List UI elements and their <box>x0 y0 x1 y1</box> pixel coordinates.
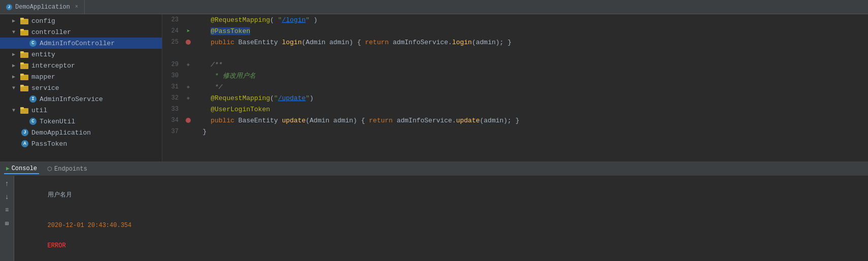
code-line-23: 23 @RequestMapping( "/login" ) <box>162 14 868 25</box>
error-level: ERROR <box>48 242 66 249</box>
code-line-30: 30 * 修改用户名 <box>162 70 868 81</box>
svg-rect-11 <box>20 85 24 87</box>
error-space1 <box>48 232 51 239</box>
line-num-31: 31 <box>162 83 184 90</box>
svg-rect-13 <box>20 107 24 109</box>
sidebar-item-demo-application[interactable]: J DemoApplication <box>0 127 162 138</box>
console-error-line: 2020-12-01 20:43:40.354 ERROR 9368 --- [… <box>18 210 387 261</box>
code-line-33: 33 @UserLoginToken <box>162 104 868 115</box>
line-content-34: public BaseEntity update(Admin admin) { … <box>193 117 868 124</box>
code-line-24: 24 ➤ @PassToken <box>162 25 868 37</box>
code-line-31: 31 ◆ */ <box>162 81 868 92</box>
line-content-25: public BaseEntity login(Admin admin) { r… <box>193 39 868 46</box>
folder-icon-entity <box>20 51 29 58</box>
gutter-25 <box>184 40 193 45</box>
sidebar-label-util: util <box>31 107 47 114</box>
error-space2 <box>48 252 51 259</box>
svg-rect-1 <box>20 18 24 20</box>
gutter-24: ➤ <box>184 27 193 35</box>
diamond-32: ◆ <box>187 95 190 101</box>
console-icon: ▶ <box>6 165 10 172</box>
sidebar-item-controller[interactable]: ▼ controller <box>0 26 162 38</box>
sidebar-item-admin-info-service[interactable]: I AdminInfoService <box>0 93 162 105</box>
line-content-29: /** <box>193 61 868 69</box>
line-content-23: @RequestMapping( "/login" ) <box>193 16 868 24</box>
tab-endpoints-label: Endpoints <box>54 166 87 173</box>
breakpoint-25[interactable] <box>186 40 191 45</box>
svg-rect-7 <box>20 62 24 64</box>
main-area: ▶ config ▼ controller <box>0 14 868 161</box>
svg-rect-5 <box>20 51 24 53</box>
class-icon-admin-info-controller: C <box>28 40 38 47</box>
sidebar-label-service: service <box>31 84 59 92</box>
tab-endpoints[interactable]: ⬡ Endpoints <box>45 165 89 174</box>
code-line-25: 25 public BaseEntity login(Admin admin) … <box>162 37 868 48</box>
line-num-30: 30 <box>162 72 184 79</box>
execution-arrow-24: ➤ <box>186 27 190 35</box>
diamond-31: ◆ <box>187 84 190 90</box>
gutter-31: ◆ <box>184 84 193 90</box>
error-timestamp: 2020-12-01 20:43:40.354 <box>48 222 132 229</box>
sidebar-item-admin-info-controller[interactable]: C AdminInfoController <box>0 38 162 49</box>
code-editor[interactable]: 23 @RequestMapping( "/login" ) 24 ➤ @Pas… <box>162 14 868 161</box>
sidebar-label-admin-info-controller: AdminInfoController <box>40 40 115 47</box>
bottom-panel: ▶ Console ⬡ Endpoints ↑ ↓ ≡ ⊞ 用户名月 2020-… <box>0 161 868 261</box>
gutter-29: ◆ <box>184 61 193 68</box>
sidebar-label-config: config <box>31 17 55 25</box>
expand-arrow-entity: ▶ <box>12 51 20 57</box>
filter-button[interactable]: ≡ <box>2 205 12 215</box>
sidebar-label-demo-application: DemoApplication <box>31 129 91 137</box>
code-lines: 23 @RequestMapping( "/login" ) 24 ➤ @Pas… <box>162 14 868 137</box>
folder-icon-controller <box>20 28 29 36</box>
sidebar-label-token-util: TokenUtil <box>40 118 75 125</box>
app-tab-close[interactable]: × <box>75 4 78 10</box>
line-num-29: 29 <box>162 61 184 68</box>
sidebar-label-pass-token: PassToken <box>31 140 67 148</box>
code-line-29: 29 ◆ /** <box>162 59 868 70</box>
class-icon-admin-info-service: I <box>28 95 38 103</box>
svg-rect-9 <box>20 74 24 76</box>
code-line-empty <box>162 48 868 59</box>
code-line-34: 34 public BaseEntity update(Admin admin)… <box>162 115 868 126</box>
sidebar-item-service[interactable]: ▼ service <box>0 82 162 93</box>
class-icon-demo-application: J <box>20 129 29 136</box>
sidebar-label-admin-info-service: AdminInfoService <box>40 95 103 103</box>
console-header-line: 用户名月 <box>18 180 387 210</box>
tab-console-label: Console <box>12 165 37 172</box>
console-area: ↑ ↓ ≡ ⊞ 用户名月 2020-12-01 20:43:40.354 ERR… <box>0 176 868 261</box>
line-num-23: 23 <box>162 16 184 23</box>
sidebar-item-config[interactable]: ▶ config <box>0 15 162 26</box>
line-content-30: * 修改用户名 <box>193 71 868 80</box>
sidebar-item-mapper[interactable]: ▶ mapper <box>0 71 162 82</box>
line-num-32: 32 <box>162 94 184 102</box>
demo-application-tab[interactable]: J DemoApplication × <box>0 0 85 14</box>
line-num-24: 24 <box>162 27 184 35</box>
expand-button[interactable]: ⊞ <box>2 218 12 229</box>
class-icon-pass-token: A <box>20 140 29 147</box>
sidebar-item-util[interactable]: ▼ util <box>0 105 162 116</box>
expand-arrow-util: ▼ <box>12 108 20 113</box>
gutter-32: ◆ <box>184 95 193 101</box>
sidebar-item-interceptor[interactable]: ▶ interceptor <box>0 60 162 71</box>
run-tabs-bar: ▶ Console ⬡ Endpoints <box>0 162 868 176</box>
app-tab-label: DemoApplication <box>15 4 70 11</box>
code-line-37: 37 } <box>162 126 868 137</box>
sidebar-item-token-util[interactable]: C TokenUtil <box>0 116 162 127</box>
diamond-29: ◆ <box>187 61 190 68</box>
sidebar-item-pass-token[interactable]: A PassToken <box>0 138 162 149</box>
line-content-31: */ <box>193 83 868 91</box>
tab-console[interactable]: ▶ Console <box>4 164 39 174</box>
console-header-text: 用户名月 <box>48 191 72 199</box>
line-content-24: @PassToken <box>193 27 868 35</box>
scroll-down-button[interactable]: ↓ <box>2 192 12 202</box>
breakpoint-34[interactable] <box>186 118 191 123</box>
expand-arrow-config: ▶ <box>12 18 20 24</box>
left-toolbar: ↑ ↓ ≡ ⊞ <box>0 176 14 261</box>
line-content-33: @UserLoginToken <box>193 106 868 113</box>
sidebar-label-mapper: mapper <box>31 73 55 81</box>
scroll-up-button[interactable]: ↑ <box>2 179 12 189</box>
line-num-34: 34 <box>162 117 184 124</box>
class-icon-token-util: C <box>28 118 38 125</box>
sidebar-label-interceptor: interceptor <box>31 62 75 70</box>
sidebar-item-entity[interactable]: ▶ entity <box>0 49 162 60</box>
